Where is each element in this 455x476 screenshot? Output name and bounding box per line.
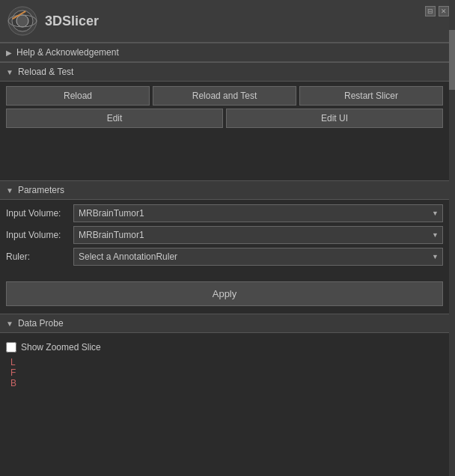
window-controls: ⊟ ✕ <box>425 6 449 16</box>
restore-button[interactable]: ⊟ <box>425 6 436 16</box>
data-probe-f: F <box>6 367 443 378</box>
reload-section-label: Reload & Test <box>18 67 74 77</box>
scrollbar[interactable] <box>449 0 455 476</box>
reload-section-header[interactable]: ▼ Reload & Test <box>0 62 449 82</box>
edit-button[interactable]: Edit <box>6 109 223 128</box>
data-probe-l: L <box>6 357 443 367</box>
edit-ui-button[interactable]: Edit UI <box>226 109 443 128</box>
parameters-section-label: Parameters <box>18 185 64 195</box>
ruler-select[interactable]: Select a AnnotationRuler <box>73 248 443 266</box>
data-probe-arrow-icon: ▼ <box>6 320 13 328</box>
reload-buttons-row2: Edit Edit UI <box>6 109 443 128</box>
show-zoomed-slice-label: Show Zoomed Slice <box>21 342 101 353</box>
app-header: 3DSlicer <box>0 0 449 43</box>
show-zoomed-slice-row: Show Zoomed Slice <box>6 342 443 353</box>
input-volume-select2[interactable]: MRBrainTumor1 <box>73 226 443 244</box>
data-probe-section-label: Data Probe <box>18 318 64 329</box>
input-volume-row2: Input Volume: MRBrainTumor1 <box>6 226 443 244</box>
input-volume-label1: Input Volume: <box>6 208 73 219</box>
input-volume-select-wrapper1: MRBrainTumor1 <box>73 204 443 222</box>
parameters-section-header[interactable]: ▼ Parameters <box>0 180 449 200</box>
input-volume-select1[interactable]: MRBrainTumor1 <box>73 204 443 222</box>
restart-slicer-button[interactable]: Restart Slicer <box>299 86 443 106</box>
scroll-thumb[interactable] <box>449 30 455 90</box>
input-volume-label2: Input Volume: <box>6 230 73 240</box>
data-probe-section-content: Show Zoomed Slice L F B <box>0 333 449 393</box>
data-probe-section-header[interactable]: ▼ Data Probe <box>0 314 449 333</box>
data-probe-b: B <box>6 378 443 388</box>
ruler-label: Ruler: <box>6 251 73 262</box>
help-section-header[interactable]: ▶ Help & Acknowledgement <box>0 43 449 62</box>
data-probe-b-label: B <box>6 377 21 389</box>
reload-arrow-icon: ▼ <box>6 68 13 76</box>
reload-spacer <box>6 131 443 176</box>
ruler-row: Ruler: Select a AnnotationRuler <box>6 248 443 266</box>
app-logo-icon <box>7 6 37 36</box>
show-zoomed-slice-checkbox[interactable] <box>6 342 16 353</box>
parameters-arrow-icon: ▼ <box>6 186 13 195</box>
apply-container: Apply <box>0 274 449 314</box>
apply-button[interactable]: Apply <box>6 281 443 306</box>
svg-point-2 <box>16 15 28 27</box>
help-section-label: Help & Acknowledgement <box>16 47 119 58</box>
parameters-section-content: Input Volume: MRBrainTumor1 Input Volume… <box>0 200 449 274</box>
app-title: 3DSlicer <box>45 13 99 29</box>
help-arrow-icon: ▶ <box>6 49 12 57</box>
close-button[interactable]: ✕ <box>439 6 449 16</box>
reload-button[interactable]: Reload <box>6 86 150 106</box>
reload-section-content: Reload Reload and Test Restart Slicer Ed… <box>0 82 449 180</box>
reload-buttons-row1: Reload Reload and Test Restart Slicer <box>6 86 443 106</box>
ruler-select-wrapper: Select a AnnotationRuler <box>73 248 443 266</box>
reload-and-test-button[interactable]: Reload and Test <box>153 86 296 106</box>
main-container: ⊟ ✕ 3DSlicer ▶ Help & Acknowledgement ▼ … <box>0 0 455 393</box>
input-volume-select-wrapper2: MRBrainTumor1 <box>73 226 443 244</box>
input-volume-row1: Input Volume: MRBrainTumor1 <box>6 204 443 222</box>
